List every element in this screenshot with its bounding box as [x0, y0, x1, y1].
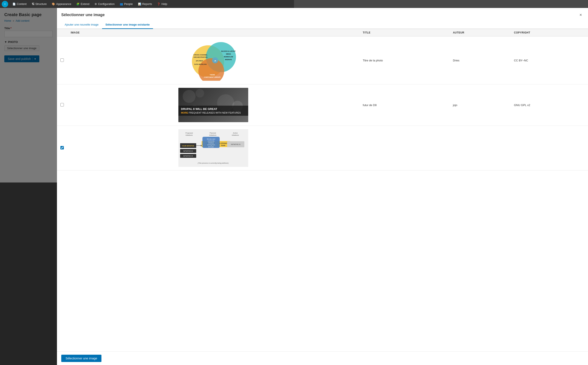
svg-text:Proposed: Proposed — [186, 132, 193, 134]
modal-header: Sélectionner une image × — [57, 8, 294, 21]
content-icon: 📄 — [13, 3, 16, 6]
svg-text:THEME: THEME — [209, 74, 215, 76]
row1-thumbnail: ☁ CROSS-CHANNEL ORCHESTRATION API-FIRST … — [71, 40, 294, 81]
site-logo[interactable] — [2, 1, 8, 7]
row3-image-cell: Proposed initiatives Planned Initiatives… — [67, 126, 294, 170]
svg-text:all of you: all of you — [208, 146, 214, 148]
structure-icon: 🏗 — [32, 3, 34, 6]
drupal-overlay-text: DRUPAL 8 WILL BE GREAT MORE FREQUENT REL… — [178, 106, 248, 116]
table-row: DRUPAL 8 WILL BE GREAT MORE FREQUENT REL… — [57, 84, 294, 126]
configuration-icon: ⚙ — [94, 3, 97, 6]
svg-text:INITIATIVE #3: INITIATIVE #3 — [183, 155, 193, 157]
row3-thumbnail: Proposed initiatives Planned Initiatives… — [71, 129, 294, 167]
row1-checkbox-cell[interactable] — [57, 36, 67, 84]
svg-text:API-FIRST: API-FIRST — [196, 60, 203, 62]
venn-diagram-image: ☁ CROSS-CHANNEL ORCHESTRATION API-FIRST … — [179, 40, 248, 81]
modal-content: IMAGE TITLE AUTEUR COPYRIGHT — [57, 29, 294, 182]
row3-checkbox[interactable] — [60, 146, 64, 149]
nav-help[interactable]: ❓ Help — [155, 0, 170, 8]
svg-text:TEAM: TEAM — [221, 145, 225, 146]
svg-text:YOUR INITIATIVE: YOUR INITIATIVE — [182, 145, 194, 147]
svg-text:MEDIA: MEDIA — [226, 53, 231, 55]
tab-select-existing-image[interactable]: Sélectionner une image existante — [102, 21, 153, 29]
row2-thumbnail: DRUPAL 8 WILL BE GREAT MORE FREQUENT REL… — [71, 88, 294, 122]
bokeh-circle — [196, 89, 204, 98]
nav-extend[interactable]: 🧩 Extend — [74, 0, 92, 8]
table-header-row: IMAGE TITLE AUTEUR COPYRIGHT — [57, 29, 294, 36]
svg-text:COMPONENT LIBRARY: COMPONENT LIBRARY — [204, 77, 221, 78]
svg-text:A STRONG: A STRONG — [219, 143, 227, 144]
select-image-modal: Sélectionner une image × Ajouter une nou… — [57, 8, 294, 182]
svg-text:☁: ☁ — [214, 59, 216, 62]
row3-checkbox-cell[interactable] — [57, 126, 67, 170]
svg-text:Initiatives: Initiatives — [209, 134, 216, 136]
row1-image-cell: ☁ CROSS-CHANNEL ORCHESTRATION API-FIRST … — [67, 36, 294, 84]
svg-text:Planned: Planned — [209, 132, 216, 134]
svg-text:MIGRATE: MIGRATE — [225, 59, 232, 60]
row2-checkbox-cell[interactable] — [57, 84, 67, 126]
table-row: ☁ CROSS-CHANNEL ORCHESTRATION API-FIRST … — [57, 36, 294, 84]
help-icon: ❓ — [157, 3, 160, 6]
svg-text:We also want: We also want — [207, 138, 215, 140]
drupal-line1: DRUPAL 8 WILL BE GREAT — [181, 107, 246, 111]
svg-text:coming from: coming from — [207, 144, 215, 146]
bokeh-circle — [183, 90, 196, 103]
nav-appearance[interactable]: 🎨 Appearance — [49, 0, 74, 8]
svg-text:INITIATIVE #1: INITIATIVE #1 — [231, 144, 241, 145]
drupal-image: DRUPAL 8 WILL BE GREAT MORE FREQUENT REL… — [178, 88, 248, 122]
tab-add-new-image[interactable]: Ajouter une nouvelle image — [61, 21, 102, 29]
image-table: IMAGE TITLE AUTEUR COPYRIGHT — [57, 29, 294, 170]
row2-checkbox[interactable] — [60, 103, 64, 106]
modal-tabs: Ajouter une nouvelle image Sélectionner … — [57, 21, 294, 29]
col-checkbox — [57, 29, 67, 36]
svg-text:WORKFLOW: WORKFLOW — [224, 56, 233, 57]
appearance-icon: 🎨 — [52, 3, 55, 6]
top-navigation: 📄 Content 🏗 Structure 🎨 Appearance 🧩 Ext… — [0, 0, 294, 8]
initiative-diagram-image: Proposed initiatives Planned Initiatives… — [178, 129, 248, 167]
col-image-header: IMAGE — [67, 29, 294, 36]
svg-text:initiatives: initiatives — [232, 134, 239, 136]
drupal-line2: MORE FREQUENT RELEASES WITH NEW FEATURES — [181, 112, 246, 114]
table-row: Proposed initiatives Planned Initiatives… — [57, 126, 294, 170]
nav-reports[interactable]: 📊 Reports — [135, 0, 155, 8]
svg-text:BLOCKS & LAYOUT: BLOCKS & LAYOUT — [221, 50, 236, 52]
people-icon: 👥 — [120, 3, 123, 6]
row2-image-cell: DRUPAL 8 WILL BE GREAT MORE FREQUENT REL… — [67, 84, 294, 126]
svg-text:initiatives: initiatives — [186, 134, 193, 136]
row1-checkbox[interactable] — [60, 58, 64, 62]
nav-people[interactable]: 👥 People — [117, 0, 135, 8]
svg-text:initiatives: initiatives — [208, 142, 214, 144]
nav-configuration[interactable]: ⚙ Configuration — [92, 0, 117, 8]
svg-text:community: community — [208, 140, 215, 142]
nav-structure[interactable]: 🏗 Structure — [29, 0, 50, 8]
reports-icon: 📊 — [138, 3, 141, 6]
svg-text:Active: Active — [233, 132, 238, 134]
svg-text:DATA MODELING: DATA MODELING — [194, 63, 207, 65]
extend-icon: 🧩 — [76, 3, 79, 6]
svg-text:CROSS-CHANNEL: CROSS-CHANNEL — [194, 54, 208, 56]
svg-text:(This process is currently bei: (This process is currently being defined… — [198, 162, 229, 164]
nav-content[interactable]: 📄 Content — [10, 0, 29, 8]
svg-text:INITIATIVE #2: INITIATIVE #2 — [183, 150, 193, 152]
svg-text:ORCHESTRATION: ORCHESTRATION — [194, 56, 207, 58]
modal-title: Sélectionner une image — [61, 13, 105, 17]
